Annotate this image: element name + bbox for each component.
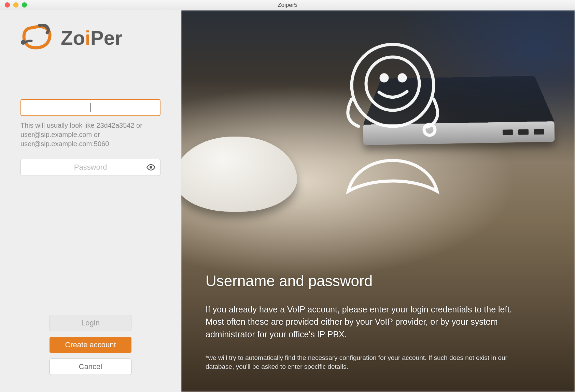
- svg-point-3: [366, 57, 419, 110]
- username-hint-text: This will usually look like 23d42a3542 o…: [20, 121, 160, 149]
- fullscreen-window-button[interactable]: [22, 2, 27, 8]
- info-heading: Username and password: [206, 272, 534, 290]
- logo-text-per: Per: [90, 27, 123, 49]
- titlebar: Zoiper5: [0, 0, 575, 10]
- logo-text-oi: oi: [73, 27, 90, 49]
- info-panel: Username and password If you already hav…: [181, 10, 575, 392]
- logo-text-z: Z: [61, 27, 73, 49]
- window-controls: [0, 2, 27, 8]
- info-body: If you already have a VoIP account, plea…: [206, 303, 534, 340]
- svg-point-5: [399, 75, 405, 81]
- cancel-button[interactable]: Cancel: [50, 359, 131, 375]
- text-caret: [90, 103, 91, 112]
- password-input[interactable]: [20, 159, 160, 176]
- info-footnote: *we will try to automatically find the n…: [206, 353, 534, 372]
- show-password-icon[interactable]: [146, 163, 156, 172]
- login-form: This will usually look like 23d42a3542 o…: [20, 99, 160, 176]
- password-field-wrap: [20, 159, 160, 176]
- create-account-button[interactable]: Create account: [50, 337, 131, 353]
- mascot-doodle-icon: [307, 31, 464, 229]
- logo: ZoiPer: [20, 24, 160, 51]
- svg-point-1: [150, 166, 152, 168]
- svg-point-4: [381, 75, 387, 81]
- minimize-window-button[interactable]: [13, 2, 18, 8]
- login-panel: ZoiPer This will usually look like 23d42…: [0, 10, 181, 392]
- button-column: Login Create account Cancel: [20, 315, 160, 375]
- login-button[interactable]: Login: [50, 315, 131, 331]
- zoiper-logo-icon: [20, 24, 55, 51]
- close-window-button[interactable]: [5, 2, 10, 8]
- logo-text: ZoiPer: [61, 26, 123, 49]
- content-area: ZoiPer This will usually look like 23d42…: [0, 10, 575, 392]
- window-title: Zoiper5: [278, 2, 297, 9]
- info-text-block: Username and password If you already hav…: [206, 272, 534, 372]
